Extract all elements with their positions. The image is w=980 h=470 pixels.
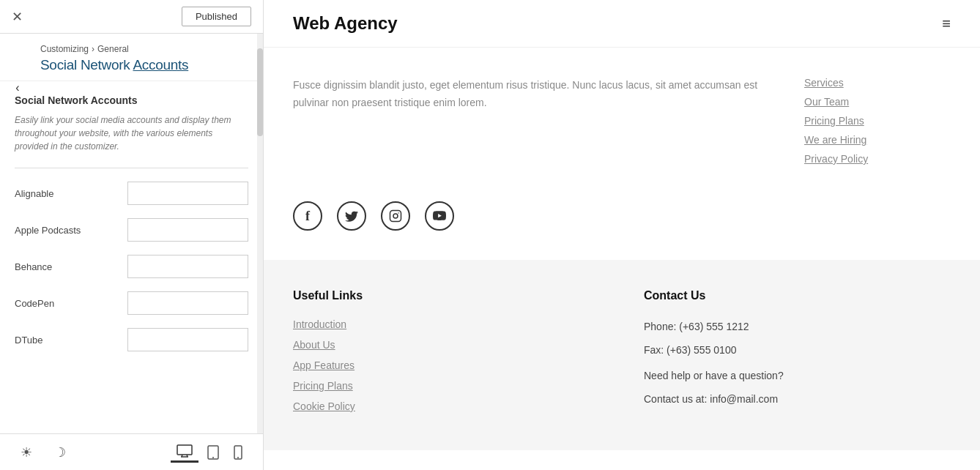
- section-label: Social Network Accounts: [15, 94, 248, 106]
- scrollbar-thumb[interactable]: [257, 48, 263, 136]
- footer-link-about-us[interactable]: About Us: [293, 339, 600, 351]
- field-row-behance: Behance: [15, 255, 248, 278]
- contact-email-text: Contact us at: info@mail.com: [644, 391, 951, 407]
- useful-links-title: Useful Links: [293, 289, 600, 302]
- nav-link-our-team[interactable]: Our Team: [804, 96, 951, 108]
- preview-container: Web Agency ≡ Fusce dignissim blandit jus…: [264, 0, 980, 470]
- moon-button[interactable]: ☽: [48, 441, 72, 464]
- field-label-behance: Behance: [15, 261, 52, 272]
- contact-title: Contact Us: [644, 289, 951, 302]
- tablet-button[interactable]: [201, 441, 225, 463]
- field-input-alignable[interactable]: [127, 182, 248, 205]
- field-label-apple-podcasts: Apple Podcasts: [15, 225, 81, 236]
- breadcrumb-separator: ›: [92, 44, 94, 54]
- facebook-icon[interactable]: f: [293, 201, 322, 231]
- breadcrumb-area: Customizing › General Social Network Acc…: [0, 34, 263, 81]
- bottom-bar: ☀ ☽: [0, 433, 263, 470]
- footer-links: Introduction About Us App Features Prici…: [293, 318, 600, 412]
- close-button[interactable]: ✕: [12, 9, 23, 25]
- back-button[interactable]: ‹: [7, 78, 28, 98]
- right-panel: Web Agency ≡ Fusce dignissim blandit jus…: [264, 0, 980, 470]
- hero-paragraph: Fusce dignissim blandit justo, eget elem…: [293, 77, 775, 112]
- instagram-icon[interactable]: [381, 201, 410, 231]
- contact-phone: Phone: (+63) 555 1212: [644, 318, 951, 335]
- footer-link-app-features[interactable]: App Features: [293, 359, 600, 371]
- panel-description: Easily link your social media accounts a…: [15, 113, 248, 153]
- field-row-dtube: DTube: [15, 328, 248, 351]
- svg-point-5: [212, 457, 214, 458]
- social-bar: f: [264, 187, 980, 260]
- contact-help-text: Need help or have a question?: [644, 368, 951, 384]
- scrollbar-track[interactable]: [257, 34, 263, 433]
- svg-point-7: [237, 457, 239, 458]
- site-title: Web Agency: [293, 13, 398, 34]
- hero-section: Fusce dignissim blandit justo, eget elem…: [264, 48, 980, 187]
- desktop-button[interactable]: [171, 441, 198, 463]
- footer-link-pricing-plans[interactable]: Pricing Plans: [293, 380, 600, 392]
- svg-point-9: [393, 214, 398, 218]
- site-header: Web Agency ≡: [264, 0, 980, 48]
- breadcrumb-parent[interactable]: Customizing: [40, 44, 89, 54]
- panel-section-title: Social Network Accounts: [40, 57, 226, 73]
- left-panel: ✕ Published Customizing › General Social…: [0, 0, 264, 470]
- contact-info: Phone: (+63) 555 1212 Fax: (+63) 555 010…: [644, 318, 951, 408]
- mobile-button[interactable]: [228, 441, 248, 463]
- breadcrumb-current[interactable]: General: [97, 44, 129, 54]
- bottom-icons: ☀ ☽: [15, 441, 72, 464]
- device-icons: [171, 441, 248, 463]
- field-row-apple-podcasts: Apple Podcasts: [15, 218, 248, 242]
- breadcrumb: Customizing › General: [40, 44, 226, 54]
- field-row-alignable: Alignable: [15, 182, 248, 205]
- field-input-apple-podcasts[interactable]: [127, 218, 248, 242]
- sun-button[interactable]: ☀: [15, 441, 38, 464]
- field-label-alignable: Alignable: [15, 188, 54, 199]
- field-input-codepen[interactable]: [127, 291, 248, 315]
- panel-scroll: Customizing › General Social Network Acc…: [0, 34, 263, 433]
- youtube-icon[interactable]: [425, 201, 454, 231]
- hamburger-icon[interactable]: ≡: [942, 15, 951, 32]
- top-bar: ✕ Published: [0, 0, 263, 34]
- svg-rect-8: [390, 211, 401, 222]
- field-label-codepen: CodePen: [15, 298, 54, 309]
- twitter-icon[interactable]: [337, 201, 366, 231]
- footer-link-introduction[interactable]: Introduction: [293, 318, 600, 330]
- footer-section: Useful Links Introduction About Us App F…: [264, 260, 980, 450]
- field-input-behance[interactable]: [127, 255, 248, 278]
- footer-useful-links-col: Useful Links Introduction About Us App F…: [293, 289, 600, 421]
- field-label-dtube: DTube: [15, 335, 43, 346]
- svg-point-10: [398, 212, 399, 214]
- field-input-dtube[interactable]: [127, 328, 248, 351]
- published-button[interactable]: Published: [182, 7, 251, 26]
- panel-body: Social Network Accounts Easily link your…: [0, 81, 263, 378]
- nav-link-privacy-policy[interactable]: Privacy Policy: [804, 153, 951, 165]
- field-row-codepen: CodePen: [15, 291, 248, 315]
- footer-contact-col: Contact Us Phone: (+63) 555 1212 Fax: (+…: [644, 289, 951, 421]
- svg-rect-0: [177, 445, 192, 455]
- divider: [15, 168, 248, 168]
- nav-link-pricing-plans[interactable]: Pricing Plans: [804, 115, 951, 127]
- nav-link-services[interactable]: Services: [804, 77, 951, 89]
- footer-link-cookie-policy[interactable]: Cookie Policy: [293, 400, 600, 412]
- hero-text: Fusce dignissim blandit justo, eget elem…: [293, 77, 775, 172]
- contact-fax: Fax: (+63) 555 0100: [644, 342, 951, 358]
- nav-link-we-are-hiring[interactable]: We are Hiring: [804, 134, 951, 146]
- nav-links: Services Our Team Pricing Plans We are H…: [804, 77, 951, 172]
